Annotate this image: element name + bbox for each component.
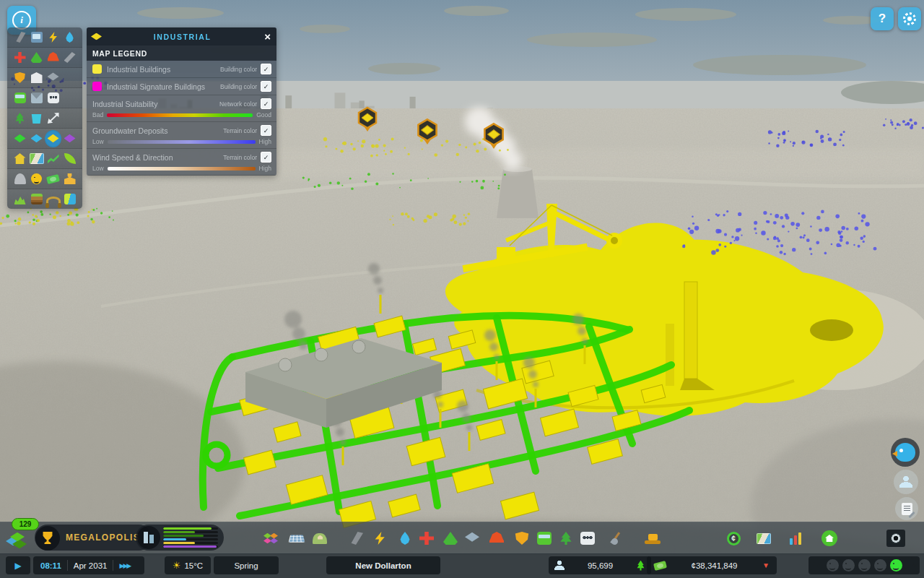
legend-row-groundwater-deposits: Groundwater DepositsTerrain color✓LowHig… bbox=[87, 122, 276, 149]
infoview-transportation[interactable] bbox=[12, 90, 28, 107]
roads-tool-icon bbox=[289, 535, 305, 543]
tool-education[interactable] bbox=[463, 529, 481, 548]
legend-title: INDUSTRIAL bbox=[102, 33, 263, 41]
transportation-icon bbox=[537, 532, 552, 545]
infoview-attractions[interactable] bbox=[12, 171, 28, 188]
legend-checkbox[interactable]: ✓ bbox=[261, 125, 271, 136]
scale-min-label: Low bbox=[92, 138, 104, 145]
bottom-toolbar: 129 MEGALOPOLIS ¢ bbox=[0, 522, 924, 554]
infoview-routes[interactable] bbox=[45, 110, 61, 127]
tool-areas[interactable] bbox=[310, 529, 329, 548]
legend-checkbox[interactable]: ✓ bbox=[261, 64, 271, 74]
play-pause-button[interactable]: ▶ bbox=[6, 556, 30, 574]
industrial-zone-icon bbox=[91, 33, 102, 40]
water-icon bbox=[64, 32, 76, 43]
tool-zoning[interactable] bbox=[261, 529, 280, 548]
infoview-post[interactable] bbox=[28, 90, 45, 107]
close-button[interactable]: × bbox=[263, 31, 272, 42]
tool-transportation[interactable] bbox=[535, 529, 554, 548]
city-name-widget[interactable]: New Dollarton bbox=[326, 556, 440, 574]
tool-statistics[interactable] bbox=[787, 529, 806, 548]
tool-fire-rescue[interactable] bbox=[487, 529, 506, 548]
legend-value-type: Terrain color bbox=[223, 127, 257, 134]
infoview-natural-resources[interactable] bbox=[28, 150, 45, 168]
infoview-fire-rescue[interactable] bbox=[45, 49, 61, 66]
tool-photo-mode[interactable] bbox=[886, 529, 905, 548]
infoview-zones-industrial[interactable] bbox=[45, 130, 61, 147]
infoview-land-value[interactable] bbox=[12, 150, 28, 168]
sun-icon: ☀ bbox=[173, 560, 181, 571]
routes-icon bbox=[48, 113, 59, 124]
legend-checkbox[interactable]: ✓ bbox=[261, 152, 271, 163]
legend-checkbox[interactable]: ✓ bbox=[261, 81, 271, 92]
infoview-healthcare[interactable] bbox=[12, 49, 28, 66]
speed-control[interactable]: ▶▶▶ bbox=[119, 562, 130, 569]
infoview-parks-recreation[interactable] bbox=[12, 110, 28, 127]
tool-economy[interactable]: ¢ bbox=[724, 529, 743, 548]
infoview-administration[interactable] bbox=[28, 69, 45, 87]
infoview-electricity[interactable] bbox=[45, 29, 61, 46]
infoview-water-bodies[interactable] bbox=[61, 191, 78, 208]
tool-service-roads[interactable] bbox=[346, 529, 365, 548]
infoview-water[interactable] bbox=[61, 29, 78, 46]
sidebar-row bbox=[7, 189, 82, 209]
infoview-garbage[interactable] bbox=[28, 49, 45, 66]
tool-bulldozer[interactable] bbox=[643, 529, 662, 548]
city-statistics-icon bbox=[48, 153, 59, 164]
scale-max-label: Good bbox=[256, 111, 271, 118]
legend-row-industrial-signature-buildings: Industrial Signature BuildingsBuilding c… bbox=[87, 78, 276, 95]
infoview-noise-pollution[interactable] bbox=[45, 191, 61, 208]
infoview-greenery[interactable] bbox=[61, 150, 78, 168]
infoview-terrain[interactable] bbox=[12, 191, 28, 208]
zones-residential-icon bbox=[14, 134, 26, 143]
infoview-education[interactable] bbox=[45, 69, 61, 87]
sidebar-row bbox=[7, 68, 82, 88]
weather-widget[interactable]: ☀ 15°C bbox=[165, 556, 211, 574]
zones-industrial-icon bbox=[48, 134, 59, 143]
tool-police[interactable] bbox=[513, 529, 531, 548]
infoview-city-statistics[interactable] bbox=[45, 150, 61, 168]
tool-landscaping[interactable] bbox=[607, 529, 626, 548]
tool-progression[interactable] bbox=[820, 529, 839, 548]
service-roads-icon bbox=[349, 532, 363, 545]
infoview-workplaces[interactable] bbox=[61, 171, 78, 188]
garbage-icon bbox=[443, 532, 458, 545]
infoview-maintenance[interactable] bbox=[61, 49, 78, 66]
population-widget[interactable]: 95,699 bbox=[549, 556, 651, 574]
tool-parks-recreation[interactable] bbox=[557, 529, 575, 548]
chirper-button[interactable] bbox=[891, 438, 920, 467]
happiness-widget[interactable] bbox=[808, 556, 920, 574]
legend-value-type: Building color bbox=[220, 83, 257, 90]
infoview-zones-office[interactable] bbox=[61, 130, 78, 147]
options-button[interactable] bbox=[898, 7, 921, 30]
infoview-police[interactable] bbox=[12, 69, 28, 87]
infoview-garbage-can[interactable] bbox=[28, 110, 45, 127]
economy-view-icon bbox=[46, 174, 60, 184]
money-widget[interactable]: ¢38,341,849 ▼ bbox=[647, 556, 777, 574]
legend-checkbox[interactable]: ✓ bbox=[261, 98, 271, 109]
followed-citizen-button[interactable] bbox=[894, 470, 918, 494]
tool-healthcare[interactable] bbox=[417, 529, 436, 548]
tool-communications[interactable] bbox=[578, 529, 597, 548]
tool-strip: ¢ bbox=[0, 522, 924, 554]
tool-city-information[interactable] bbox=[754, 529, 773, 548]
tool-water-sewage[interactable] bbox=[396, 529, 414, 548]
scale-gradient-bar bbox=[107, 113, 253, 117]
greenery-icon bbox=[64, 153, 76, 164]
infoview-happiness[interactable] bbox=[28, 171, 45, 188]
infoview-roads[interactable] bbox=[12, 29, 28, 46]
help-button[interactable]: ? bbox=[871, 7, 894, 30]
infoview-zones-residential[interactable] bbox=[12, 130, 28, 147]
tool-electricity[interactable] bbox=[370, 529, 389, 548]
zones-office-icon bbox=[64, 134, 76, 143]
tool-garbage[interactable] bbox=[441, 529, 460, 548]
tool-roads-tool[interactable] bbox=[287, 529, 306, 548]
infoview-zones-commercial[interactable] bbox=[28, 130, 45, 147]
infoview-geology[interactable] bbox=[28, 191, 45, 208]
population-value: 95,699 bbox=[588, 561, 613, 570]
infoview-electronics[interactable] bbox=[28, 29, 45, 46]
infoview-telecom[interactable] bbox=[45, 90, 61, 107]
infoview-economy-view[interactable] bbox=[45, 171, 61, 188]
notes-button[interactable] bbox=[895, 497, 918, 520]
terrain-icon bbox=[14, 194, 26, 204]
